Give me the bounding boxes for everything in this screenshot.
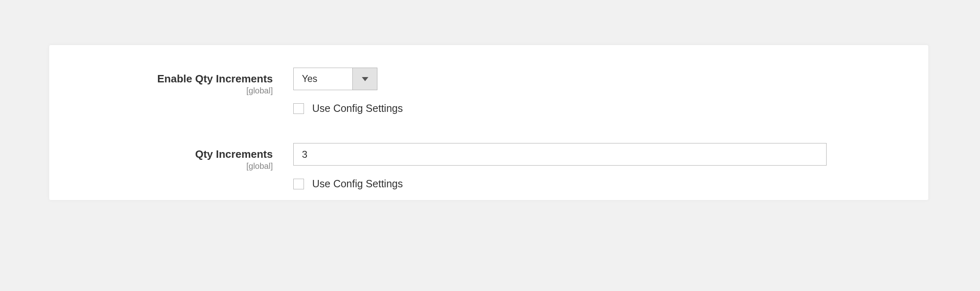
qty-increments-input[interactable]: [293, 143, 827, 166]
input-column: Use Config Settings: [293, 143, 904, 190]
svg-marker-0: [362, 77, 368, 81]
use-config-checkbox-qty[interactable]: [293, 179, 304, 189]
select-value: Yes: [294, 68, 352, 90]
use-config-row: Use Config Settings: [293, 102, 904, 114]
field-enable-qty-increments: Enable Qty Increments [global] Yes Use C…: [74, 68, 904, 114]
chevron-down-icon: [362, 75, 368, 83]
use-config-label: Use Config Settings: [312, 178, 403, 190]
settings-panel: Enable Qty Increments [global] Yes Use C…: [49, 45, 928, 200]
use-config-checkbox-enable[interactable]: [293, 103, 304, 114]
label-column: Enable Qty Increments [global]: [74, 68, 293, 95]
dropdown-button[interactable]: [352, 68, 377, 90]
enable-qty-increments-label: Enable Qty Increments: [74, 73, 273, 85]
input-column: Yes Use Config Settings: [293, 68, 904, 114]
field-qty-increments: Qty Increments [global] Use Config Setti…: [74, 143, 904, 190]
scope-label: [global]: [74, 161, 273, 171]
label-column: Qty Increments [global]: [74, 143, 293, 171]
qty-increments-label: Qty Increments: [74, 148, 273, 161]
enable-qty-increments-select[interactable]: Yes: [293, 68, 377, 90]
use-config-label: Use Config Settings: [312, 102, 403, 114]
scope-label: [global]: [74, 86, 273, 95]
use-config-row: Use Config Settings: [293, 178, 904, 190]
